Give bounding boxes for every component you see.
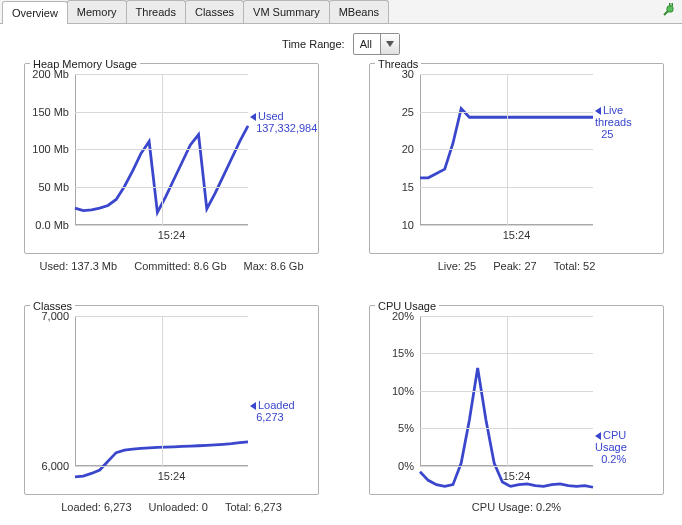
summary-threads: Live: 25 Peak: 27 Total: 52 bbox=[369, 260, 664, 272]
legend-live-threads: Live threads 25 bbox=[595, 104, 661, 140]
tab-label: Memory bbox=[77, 6, 117, 18]
triangle-left-icon bbox=[250, 402, 256, 410]
chart-classes[interactable]: 6,0007,000 Loaded 6,273 15:24 bbox=[24, 305, 319, 496]
svg-rect-2 bbox=[672, 3, 674, 6]
plug-icon bbox=[662, 3, 678, 19]
time-range-select[interactable]: All bbox=[353, 33, 400, 55]
triangle-left-icon bbox=[250, 113, 256, 121]
legend-loaded: Loaded 6,273 bbox=[250, 399, 295, 423]
time-range-label: Time Range: bbox=[282, 38, 345, 50]
triangle-left-icon bbox=[595, 107, 601, 115]
tab-label: VM Summary bbox=[253, 6, 320, 18]
panel-title: Classes bbox=[30, 300, 75, 312]
plot-area: Live threads 25 bbox=[420, 74, 593, 225]
plot-area: Used 137,332,984 bbox=[75, 74, 248, 225]
y-axis: 0%5%10%15%20% bbox=[370, 316, 418, 467]
tab-overview[interactable]: Overview bbox=[2, 1, 68, 24]
tab-memory[interactable]: Memory bbox=[67, 0, 127, 23]
legend-cpu-usage: CPU Usage 0.2% bbox=[595, 429, 661, 465]
tab-threads[interactable]: Threads bbox=[126, 0, 186, 23]
reconnect-button[interactable] bbox=[662, 3, 678, 21]
panel-title: CPU Usage bbox=[375, 300, 439, 312]
tab-label: Overview bbox=[12, 7, 58, 19]
triangle-left-icon bbox=[595, 432, 601, 440]
y-axis: 6,0007,000 bbox=[25, 316, 73, 467]
x-tick: 15:24 bbox=[503, 229, 531, 241]
plot-area: Loaded 6,273 bbox=[75, 316, 248, 467]
tab-mbeans[interactable]: MBeans bbox=[329, 0, 389, 23]
panel-title: Heap Memory Usage bbox=[30, 58, 140, 70]
chart-threads[interactable]: 1015202530 Live threads 25 15:24 bbox=[369, 63, 664, 254]
chevron-down-icon bbox=[380, 34, 399, 54]
legend-used: Used 137,332,984 bbox=[250, 110, 317, 134]
tab-label: MBeans bbox=[339, 6, 379, 18]
tab-label: Threads bbox=[136, 6, 176, 18]
panel-heap-memory: Heap Memory Usage 0.0 Mb50 Mb100 Mb150 M… bbox=[24, 58, 319, 272]
panel-threads: Threads 1015202530 Live threads 25 15:24 bbox=[369, 58, 664, 272]
summary-classes: Loaded: 6,273 Unloaded: 0 Total: 6,273 bbox=[24, 501, 319, 513]
panel-cpu: CPU Usage 0%5%10%15%20% CPU Usage 0.2% 1… bbox=[369, 300, 664, 514]
chart-heap-memory[interactable]: 0.0 Mb50 Mb100 Mb150 Mb200 Mb Used 137,3… bbox=[24, 63, 319, 254]
x-tick: 15:24 bbox=[158, 229, 186, 241]
summary-heap: Used: 137.3 Mb Committed: 8.6 Gb Max: 8.… bbox=[24, 260, 319, 272]
y-axis: 0.0 Mb50 Mb100 Mb150 Mb200 Mb bbox=[25, 74, 73, 225]
time-range-value: All bbox=[354, 38, 380, 50]
panel-title: Threads bbox=[375, 58, 421, 70]
tab-bar: Overview Memory Threads Classes VM Summa… bbox=[0, 0, 682, 24]
svg-rect-1 bbox=[669, 3, 671, 6]
x-tick: 15:24 bbox=[158, 470, 186, 482]
y-axis: 1015202530 bbox=[370, 74, 418, 225]
panel-classes: Classes 6,0007,000 Loaded 6,273 15:24 bbox=[24, 300, 319, 514]
tab-classes[interactable]: Classes bbox=[185, 0, 244, 23]
x-tick: 15:24 bbox=[503, 470, 531, 482]
chart-cpu[interactable]: 0%5%10%15%20% CPU Usage 0.2% 15:24 bbox=[369, 305, 664, 496]
summary-cpu: CPU Usage: 0.2% bbox=[369, 501, 664, 513]
plot-area: CPU Usage 0.2% bbox=[420, 316, 593, 467]
tab-label: Classes bbox=[195, 6, 234, 18]
time-range-row: Time Range: All bbox=[0, 30, 682, 58]
tab-vm-summary[interactable]: VM Summary bbox=[243, 0, 330, 23]
svg-rect-0 bbox=[667, 6, 673, 12]
